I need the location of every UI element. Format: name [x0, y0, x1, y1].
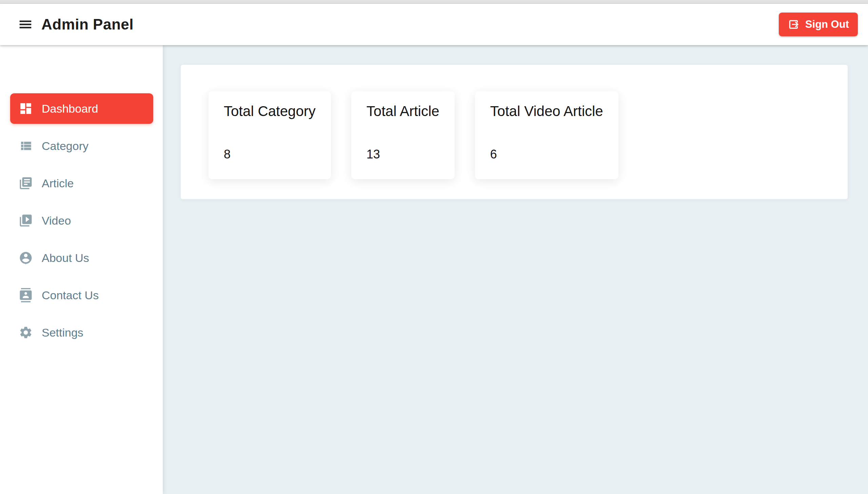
sidebar: Dashboard Category Article Video About U: [0, 45, 163, 494]
sidebar-item-label: Article: [42, 177, 74, 190]
stat-card-total-video-article: Total Video Article 6: [475, 91, 618, 179]
stat-card-total-category: Total Category 8: [209, 91, 331, 179]
sidebar-item-video[interactable]: Video: [10, 205, 153, 236]
dashboard-panel: Total Category 8 Total Article 13 Total …: [181, 65, 848, 199]
main-layout: Dashboard Category Article Video About U: [0, 45, 868, 494]
article-icon: [19, 176, 33, 190]
stat-cards-row: Total Category 8 Total Article 13 Total …: [209, 91, 827, 179]
sidebar-item-about-us[interactable]: About Us: [10, 243, 153, 273]
app-header: Admin Panel Sign Out: [0, 4, 868, 45]
sidebar-item-label: Category: [42, 139, 88, 153]
window-top-strip: [0, 0, 868, 4]
menu-button[interactable]: [16, 15, 35, 34]
stat-card-total-article: Total Article 13: [351, 91, 455, 179]
sign-out-label: Sign Out: [805, 18, 849, 31]
hamburger-icon: [18, 17, 33, 32]
content-area: Total Category 8 Total Article 13 Total …: [163, 45, 868, 494]
sidebar-item-label: Contact Us: [42, 289, 99, 302]
page-title: Admin Panel: [41, 16, 134, 33]
sidebar-item-category[interactable]: Category: [10, 131, 153, 161]
list-icon: [19, 139, 33, 153]
sidebar-item-settings[interactable]: Settings: [10, 317, 153, 348]
sidebar-item-label: Settings: [42, 326, 83, 339]
sidebar-item-article[interactable]: Article: [10, 168, 153, 198]
video-icon: [19, 213, 33, 228]
stat-card-value: 13: [367, 147, 439, 162]
stat-card-value: 6: [490, 147, 603, 162]
person-icon: [19, 251, 33, 265]
sidebar-item-contact-us[interactable]: Contact Us: [10, 280, 153, 310]
sidebar-item-label: About Us: [42, 251, 89, 265]
logout-icon: [788, 18, 801, 31]
contacts-icon: [19, 288, 33, 302]
stat-card-title: Total Article: [367, 102, 439, 121]
stat-card-title: Total Category: [224, 102, 316, 121]
settings-icon: [19, 325, 33, 340]
sidebar-item-dashboard[interactable]: Dashboard: [10, 93, 153, 124]
stat-card-title: Total Video Article: [490, 102, 603, 121]
sidebar-item-label: Video: [42, 214, 71, 227]
stat-card-value: 8: [224, 147, 316, 162]
sidebar-item-label: Dashboard: [42, 102, 98, 115]
dashboard-icon: [19, 101, 33, 116]
sign-out-button[interactable]: Sign Out: [779, 13, 858, 36]
